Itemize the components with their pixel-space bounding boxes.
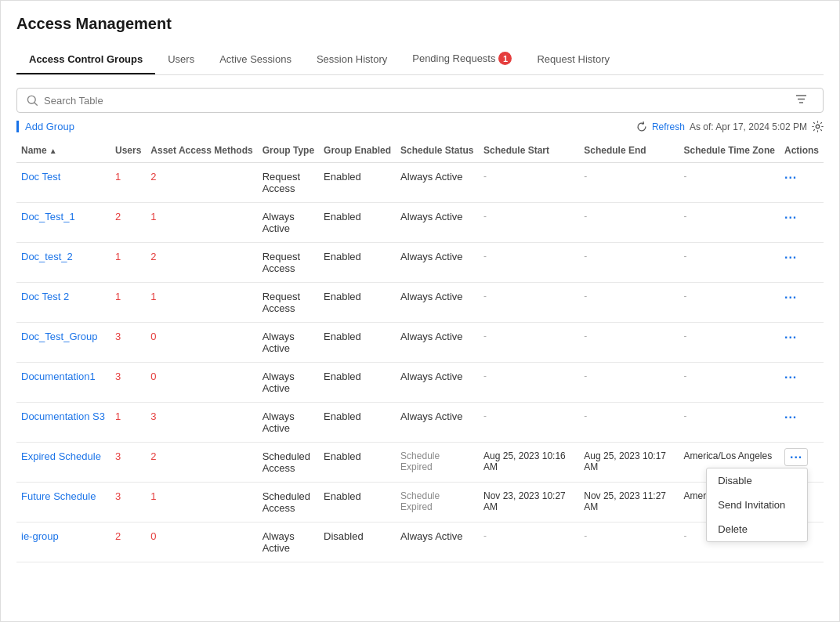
dropdown-item-delete[interactable]: Delete: [707, 517, 807, 541]
asset-access-methods: 2: [146, 443, 257, 483]
group-type: Request Access: [258, 283, 319, 323]
table-row: Doc Test 211Request AccessEnabledAlways …: [16, 283, 824, 323]
schedule-end: -: [579, 523, 679, 562]
schedule-timezone: -: [679, 243, 779, 283]
col-schedule-timezone-header: Schedule Time Zone: [679, 139, 779, 163]
col-group-type-header: Group Type: [258, 139, 319, 163]
tab-pending-requests-badge: 1: [498, 52, 512, 65]
actions-button[interactable]: ···: [784, 211, 797, 224]
schedule-start: -: [479, 243, 579, 283]
schedule-end: -: [579, 323, 679, 363]
table-row: Doc_Test_Group30Always ActiveEnabledAlwa…: [16, 323, 824, 363]
schedule-end: -: [579, 363, 679, 403]
main-content: Add Group Refresh As of: Apr 17, 2024 5:…: [1, 75, 839, 575]
schedule-start: Aug 25, 2023 10:16 AM: [479, 443, 579, 483]
schedule-status: Schedule Expired: [396, 443, 479, 483]
asset-access-methods: 1: [146, 283, 257, 323]
actions-button[interactable]: ···: [784, 291, 797, 304]
group-name-link[interactable]: Documentation1: [21, 371, 96, 382]
user-count: 1: [110, 243, 146, 283]
toolbar: Add Group Refresh As of: Apr 17, 2024 5:…: [16, 121, 824, 132]
group-enabled: Enabled: [319, 443, 396, 483]
user-count: 3: [110, 483, 146, 523]
user-count: 2: [110, 203, 146, 243]
filter-icon[interactable]: [795, 94, 813, 107]
settings-icon[interactable]: [812, 121, 824, 132]
schedule-status: Always Active: [396, 163, 479, 203]
asset-access-methods: 0: [146, 323, 257, 363]
table-row: Documentation S313Always ActiveEnabledAl…: [16, 403, 824, 443]
group-name-link[interactable]: Documentation S3: [21, 410, 105, 422]
group-type: Request Access: [258, 163, 319, 203]
actions-button[interactable]: ···: [784, 251, 797, 264]
asset-access-methods: 3: [146, 403, 257, 443]
group-name-link[interactable]: Expired Schedule: [21, 450, 101, 462]
actions-cell: ···: [780, 363, 824, 403]
schedule-timezone: -: [679, 283, 779, 323]
actions-cell: ···: [780, 243, 824, 283]
user-count: 2: [110, 523, 146, 562]
table-row: Doc_Test_121Always ActiveEnabledAlways A…: [16, 203, 824, 243]
group-type: Always Active: [258, 403, 319, 443]
svg-point-5: [816, 125, 820, 128]
search-icon: [27, 95, 38, 106]
group-name-link[interactable]: Doc_test_2: [21, 251, 73, 262]
group-name-link[interactable]: Doc Test 2: [21, 291, 69, 302]
page-wrapper: Access Management Access Control GroupsU…: [0, 0, 840, 622]
col-schedule-end-header: Schedule End: [579, 139, 679, 163]
actions-button[interactable]: ···: [784, 410, 797, 424]
col-name-header[interactable]: Name▲: [16, 139, 110, 163]
user-count: 3: [110, 323, 146, 363]
group-name-link[interactable]: Future Schedule: [21, 490, 96, 502]
actions-button[interactable]: ···: [784, 371, 797, 384]
actions-button[interactable]: ···: [784, 171, 797, 184]
schedule-start: -: [479, 403, 579, 443]
dropdown-item-send-invitation[interactable]: Send Invitation: [707, 493, 807, 517]
table-row: ie-group20Always ActiveDisabledAlways Ac…: [16, 523, 824, 562]
user-count: 1: [110, 283, 146, 323]
group-type: Always Active: [258, 363, 319, 403]
group-name-link[interactable]: Doc_Test_Group: [21, 331, 98, 342]
col-schedule-start-header: Schedule Start: [479, 139, 579, 163]
schedule-end: -: [579, 283, 679, 323]
tab-pending-requests[interactable]: Pending Requests1: [400, 44, 524, 74]
refresh-icon[interactable]: [636, 121, 647, 132]
actions-dropdown-menu: DisableSend InvitationDelete: [706, 468, 808, 542]
tab-active-sessions[interactable]: Active Sessions: [207, 45, 304, 74]
schedule-status: Always Active: [396, 323, 479, 363]
search-bar: [16, 88, 824, 113]
asset-access-methods: 2: [146, 243, 257, 283]
actions-cell: ···: [780, 203, 824, 243]
schedule-end: -: [579, 243, 679, 283]
actions-cell: ···DisableSend InvitationDelete: [780, 443, 824, 483]
schedule-start: -: [479, 283, 579, 323]
actions-button[interactable]: ···: [784, 331, 797, 344]
group-name-link[interactable]: ie-group: [21, 530, 59, 542]
tab-session-history[interactable]: Session History: [304, 45, 400, 74]
group-type: Scheduled Access: [258, 443, 319, 483]
search-input[interactable]: [44, 95, 795, 107]
schedule-timezone: -: [679, 203, 779, 243]
svg-line-1: [34, 103, 37, 105]
schedule-status: Always Active: [396, 203, 479, 243]
group-name-link[interactable]: Doc_Test_1: [21, 211, 75, 222]
add-group-button[interactable]: Add Group: [16, 121, 74, 132]
group-enabled: Disabled: [319, 523, 396, 562]
schedule-end: -: [579, 403, 679, 443]
dropdown-item-disable[interactable]: Disable: [707, 468, 807, 493]
tab-request-history[interactable]: Request History: [524, 45, 621, 74]
schedule-status: Always Active: [396, 243, 479, 283]
group-type: Request Access: [258, 243, 319, 283]
col-group-enabled-header: Group Enabled: [319, 139, 396, 163]
tab-access-control-groups[interactable]: Access Control Groups: [16, 45, 155, 74]
access-groups-table: Name▲UsersAsset Access MethodsGroup Type…: [16, 139, 824, 562]
page-header: Access Management Access Control GroupsU…: [1, 1, 839, 75]
refresh-label[interactable]: Refresh: [652, 121, 685, 132]
tab-users[interactable]: Users: [155, 45, 207, 74]
actions-button-active[interactable]: ···: [784, 448, 808, 466]
schedule-start: -: [479, 203, 579, 243]
asset-access-methods: 1: [146, 483, 257, 523]
table-row: Future Schedule31Scheduled AccessEnabled…: [16, 483, 824, 523]
schedule-end: Aug 25, 2023 10:17 AM: [579, 443, 679, 483]
group-name-link[interactable]: Doc Test: [21, 171, 60, 183]
